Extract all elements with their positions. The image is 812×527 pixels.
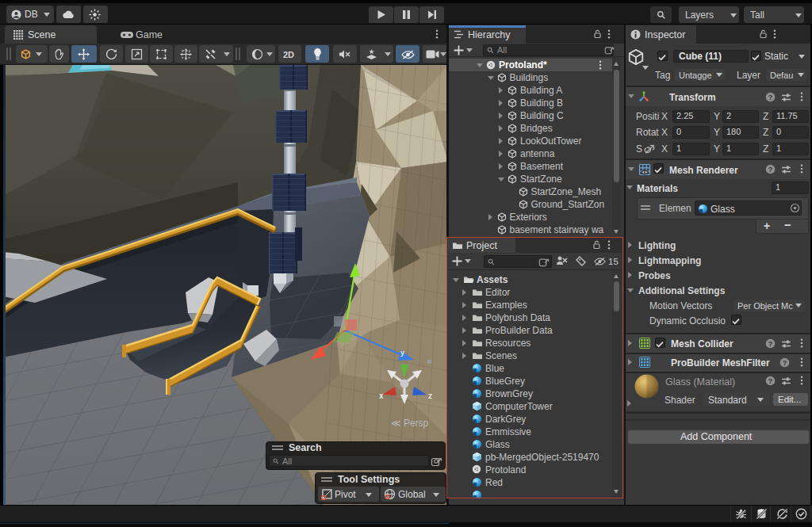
svg-text:x: x	[379, 391, 384, 400]
svg-text:?: ?	[768, 377, 773, 385]
svg-text:?: ?	[768, 166, 773, 174]
svg-text:z: z	[428, 391, 432, 400]
svg-text:?: ?	[783, 359, 787, 367]
svg-text:≪ Persp: ≪ Persp	[391, 418, 429, 429]
svg-text:?: ?	[768, 94, 773, 101]
svg-text:?: ?	[768, 340, 773, 348]
svg-text:y: y	[400, 349, 404, 357]
